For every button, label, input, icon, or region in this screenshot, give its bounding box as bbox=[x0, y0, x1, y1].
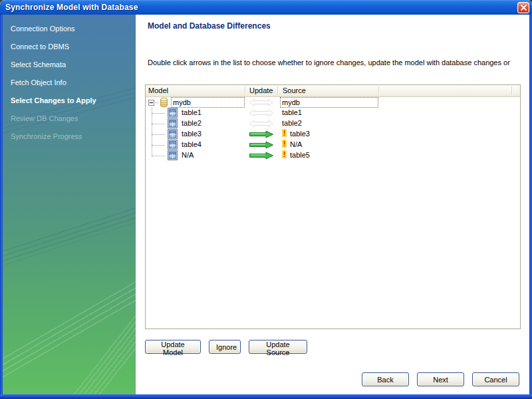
table-row[interactable]: table3 !table3 bbox=[146, 129, 520, 140]
close-icon bbox=[521, 5, 527, 11]
source-cell[interactable]: table1 bbox=[282, 108, 302, 117]
page-title: Model and Database Differences bbox=[148, 21, 271, 31]
source-cell[interactable]: !N/A bbox=[282, 140, 302, 149]
window-border-bottom bbox=[0, 394, 532, 399]
source-cell[interactable]: mydb bbox=[280, 97, 378, 108]
tree-connector bbox=[152, 156, 165, 156]
tree-trunk-connector bbox=[152, 107, 152, 156]
wizard-content: Model and Database Differences Double cl… bbox=[136, 15, 529, 394]
table-icon bbox=[168, 140, 178, 151]
table-body: mydb mydb table1 table1 table2 table2 ta… bbox=[146, 97, 520, 329]
source-label: table2 bbox=[282, 119, 302, 127]
model-cell[interactable]: N/A bbox=[182, 150, 194, 160]
column-header-blank bbox=[379, 85, 520, 96]
sidebar-decoration bbox=[45, 273, 136, 394]
window-border-right bbox=[529, 15, 532, 394]
source-cell[interactable]: !table3 bbox=[282, 129, 310, 138]
window-border-left bbox=[0, 15, 3, 394]
tree-connector bbox=[155, 102, 158, 103]
ignore-change-arrow-icon[interactable] bbox=[249, 109, 274, 118]
column-header-source[interactable]: Source bbox=[278, 85, 379, 96]
column-header-update[interactable]: Update bbox=[245, 85, 278, 96]
change-action-buttons: Update ModelIgnoreUpdate Source bbox=[145, 340, 315, 354]
ignore-button[interactable]: Ignore bbox=[209, 340, 241, 354]
table-row[interactable]: table2 table2 bbox=[146, 118, 520, 129]
source-cell[interactable]: table2 bbox=[282, 118, 302, 128]
next-button[interactable]: Next bbox=[417, 372, 464, 386]
table-row[interactable]: table1 table1 bbox=[146, 108, 520, 118]
close-button[interactable] bbox=[517, 2, 529, 13]
back-button[interactable]: Back bbox=[362, 372, 409, 386]
source-label: table1 bbox=[282, 108, 302, 116]
table-icon bbox=[168, 108, 178, 119]
wizard-window: Synchronize Model with Database Connecti… bbox=[0, 0, 532, 399]
differences-table: Model Update Source mydb mydb table1 tab… bbox=[145, 84, 521, 329]
update-source-button[interactable]: Update Source bbox=[249, 340, 307, 354]
sidebar-step-select-schemata: Select Schemata bbox=[3, 56, 136, 74]
alert-icon: ! bbox=[282, 150, 287, 158]
source-label: N/A bbox=[290, 140, 302, 148]
title-bar[interactable]: Synchronize Model with Database bbox=[0, 0, 532, 15]
sidebar-decoration bbox=[3, 219, 136, 387]
alert-icon: ! bbox=[282, 129, 287, 137]
tree-connector bbox=[152, 134, 165, 135]
update-source-arrow-icon[interactable] bbox=[249, 130, 274, 140]
sidebar-step-select-changes-to-apply: Select Changes to Apply bbox=[3, 92, 136, 110]
source-label: mydb bbox=[282, 98, 300, 106]
update-model-button[interactable]: Update Model bbox=[145, 340, 201, 354]
model-cell[interactable]: table2 bbox=[182, 118, 201, 128]
tree-connector bbox=[152, 145, 165, 146]
column-header-model[interactable]: Model bbox=[146, 85, 245, 96]
cancel-button[interactable]: Cancel bbox=[472, 372, 519, 386]
window-title: Synchronize Model with Database bbox=[5, 3, 138, 12]
table-row[interactable]: mydb mydb bbox=[146, 97, 520, 108]
update-source-arrow-icon[interactable] bbox=[249, 141, 274, 150]
table-header: Model Update Source bbox=[146, 85, 520, 97]
source-cell[interactable]: !table5 bbox=[282, 150, 310, 160]
update-source-arrow-icon[interactable] bbox=[249, 152, 274, 161]
model-cell[interactable]: table1 bbox=[182, 108, 201, 117]
expander-minus-icon[interactable] bbox=[148, 100, 154, 106]
instruction-text: Double click arrows in the list to choos… bbox=[148, 59, 527, 66]
tree-connector bbox=[152, 124, 165, 124]
alert-icon: ! bbox=[282, 140, 287, 148]
model-cell[interactable]: table4 bbox=[182, 140, 201, 149]
table-row[interactable]: N/A !table5 bbox=[146, 150, 520, 161]
source-label: table3 bbox=[290, 130, 310, 138]
ignore-change-arrow-icon[interactable] bbox=[249, 120, 274, 129]
table-icon bbox=[168, 150, 178, 162]
sidebar-decoration bbox=[3, 172, 136, 272]
source-label: table5 bbox=[290, 151, 310, 159]
table-row[interactable]: table4 !N/A bbox=[146, 140, 520, 150]
wizard-step-list: Connection OptionsConnect to DBMSSelect … bbox=[3, 15, 136, 146]
table-icon bbox=[168, 129, 178, 140]
sidebar-step-fetch-object-info: Fetch Object Info bbox=[3, 74, 136, 92]
wizard-steps-sidebar: Connection OptionsConnect to DBMSSelect … bbox=[3, 15, 136, 394]
sidebar-step-review-db-changes: Review DB Changes bbox=[3, 110, 136, 128]
wizard-nav-buttons: BackNextCancel bbox=[354, 372, 519, 386]
model-cell[interactable]: mydb bbox=[171, 97, 245, 108]
sidebar-step-synchronize-progress: Synchronize Progress bbox=[3, 128, 136, 146]
model-cell[interactable]: table3 bbox=[182, 129, 201, 138]
tree-connector bbox=[152, 113, 165, 114]
sidebar-step-connect-to-dbms: Connect to DBMS bbox=[3, 38, 136, 56]
table-icon bbox=[168, 118, 178, 130]
sidebar-step-connection-options: Connection Options bbox=[3, 20, 136, 38]
ignore-change-arrow-icon[interactable] bbox=[249, 98, 274, 108]
